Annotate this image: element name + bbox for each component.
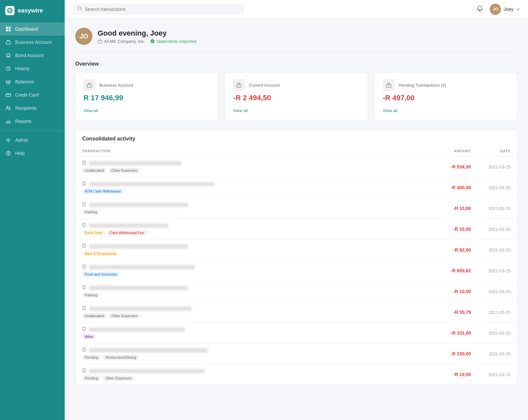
card-link-2[interactable]: View all (383, 108, 398, 113)
svg-rect-27 (82, 203, 85, 206)
tx-left: UnallocatedOther Expenses (82, 161, 425, 173)
card-link-0[interactable]: View all (83, 108, 98, 113)
transaction-tag: Pending (82, 355, 101, 360)
company-name: ACME Company, Inc. (104, 39, 145, 44)
user-avatar-large: JO (75, 28, 92, 45)
svg-rect-37 (82, 307, 85, 310)
username-label: Joey (504, 7, 513, 12)
sidebar-item-help[interactable]: Help (0, 147, 65, 160)
card-link-1[interactable]: View all (233, 108, 248, 113)
transaction-amount: -R 10,00 (425, 226, 471, 232)
sidebar-item-business-account[interactable]: Business Account (0, 36, 65, 49)
tx-tags: Parking (82, 209, 425, 215)
transaction-description (89, 161, 182, 165)
table-row[interactable]: PendingRestaurants/Dining -R 150,00 2021… (76, 344, 517, 364)
transaction-date: 2021-03-25 (471, 206, 511, 211)
svg-rect-30 (83, 244, 86, 247)
tx-left: PendingRestaurants/Dining (82, 347, 425, 360)
transaction-amount: -R 534,00 (425, 164, 471, 169)
transaction-tag: Other Expenses (109, 313, 140, 318)
sidebar-nav: Dashboard Business Account Bond Account (0, 21, 65, 420)
transaction-amount: -R 82,00 (425, 247, 471, 253)
sidebar-item-reports[interactable]: Reports (0, 115, 65, 128)
sidebar-item-bond-account[interactable]: Bond Account (0, 49, 65, 62)
transaction-amount: -R 331,00 (425, 330, 471, 336)
sidebar-item-credit-card[interactable]: Credit Card (0, 88, 65, 102)
transactions-list: UnallocatedOther Expenses -R 534,00 2021… (76, 157, 517, 385)
table-row[interactable]: Bars & Restaurants -R 82,00 2021-03-25 (76, 240, 517, 260)
table-row[interactable]: Parking -R 10,00 2021-03-25 (76, 198, 517, 219)
tx-desc (82, 327, 425, 332)
user-menu-button[interactable]: JO Joey (490, 4, 520, 15)
settings-icon (5, 137, 11, 143)
sidebar-item-history[interactable]: History (0, 62, 65, 75)
search-input[interactable] (85, 7, 240, 12)
card-pending-transactions: Pending Transactions (4) -R 497,00 View … (375, 72, 517, 120)
transaction-copy-icon (82, 202, 86, 207)
card-current-account: Current Account -R 2 494,50 View all (225, 72, 368, 120)
sidebar-item-recipients[interactable]: Recipients (0, 102, 65, 115)
table-row[interactable]: Wine -R 331,00 2021-03-25 (76, 323, 517, 344)
table-row[interactable]: Food and Groceries -R 855,82 2021-03-25 (76, 260, 517, 281)
transaction-copy-icon (82, 368, 86, 374)
svg-rect-1 (6, 27, 8, 29)
transaction-date: 2021-03-25 (471, 165, 511, 169)
overview-title: Overview (75, 61, 517, 67)
transaction-description (89, 369, 205, 373)
table-row[interactable]: Parking -R 10,00 2021-03-25 (76, 281, 517, 302)
users-icon (5, 105, 11, 111)
logo-icon (5, 6, 15, 15)
tx-desc (82, 347, 425, 353)
avatar: JO (490, 4, 501, 15)
transaction-copy-icon (82, 347, 86, 353)
transaction-tag: Bank Fees (82, 230, 105, 235)
card-icon-2 (383, 79, 395, 91)
table-row[interactable]: ATM Cash Withdrawal -R 400,00 2021-03-25 (76, 177, 517, 198)
app-logo[interactable]: easywire (0, 0, 65, 21)
notifications-button[interactable] (475, 4, 484, 14)
search-box[interactable] (73, 3, 244, 15)
transaction-tag: Parking (82, 292, 100, 298)
activity-title: Consolidated activity (76, 130, 517, 142)
transaction-date: 2021-03-25 (471, 310, 511, 315)
card-amount-1: -R 2 494,50 (233, 94, 359, 102)
transaction-tag: Other Expenses (109, 168, 140, 173)
tx-tags: Wine (82, 334, 425, 339)
transaction-amount: -R 10,00 (425, 289, 471, 294)
tx-desc (82, 306, 425, 311)
sidebar: easywire Dashboard Business Account (0, 0, 65, 420)
sidebar-item-history-label: History (15, 66, 30, 71)
svg-rect-41 (82, 348, 85, 351)
card-header-2: Pending Transactions (4) (383, 79, 509, 91)
table-row[interactable]: UnallocatedOther Expenses -R 55,79 2021-… (76, 302, 517, 323)
transaction-amount: -R 10,00 (425, 206, 471, 211)
tx-left: Food and Groceries (82, 264, 425, 277)
transaction-description (89, 244, 188, 249)
tx-desc (82, 161, 425, 166)
card-business-account: Business Account R 17 946,99 View all (75, 72, 218, 120)
transaction-tag: ATM Cash Withdrawal (82, 189, 123, 194)
table-row[interactable]: PendingOther Expenses -R 10,00 2021-03-2… (76, 364, 517, 385)
table-row[interactable]: Bank FeesCash Withdrawal Fee -R 10,00 20… (76, 219, 517, 240)
sidebar-item-dashboard[interactable]: Dashboard (0, 22, 65, 36)
tx-desc (82, 202, 425, 207)
sidebar-item-credit-card-label: Credit Card (15, 92, 39, 98)
transaction-description (89, 265, 195, 269)
svg-rect-33 (82, 265, 85, 268)
help-circle-icon (5, 150, 11, 156)
sidebar-item-bond-account-label: Bond Account (15, 53, 44, 58)
tx-tags: Bars & Restaurants (82, 251, 425, 256)
svg-point-9 (8, 139, 9, 141)
svg-rect-42 (83, 369, 86, 372)
card-header-0: Business Account (83, 79, 210, 91)
tx-left: ATM Cash Withdrawal (82, 181, 425, 194)
card-icon-0 (83, 79, 95, 91)
transaction-date: 2021-03-25 (471, 248, 511, 253)
transaction-description (89, 203, 188, 207)
sidebar-item-balances[interactable]: Balances (0, 75, 65, 88)
sidebar-item-admin[interactable]: Admin (0, 134, 65, 147)
tx-desc (82, 368, 425, 374)
tx-left: UnallocatedOther Expenses (82, 306, 425, 318)
table-row[interactable]: UnallocatedOther Expenses -R 534,00 2021… (76, 157, 517, 177)
svg-rect-3 (6, 29, 8, 31)
